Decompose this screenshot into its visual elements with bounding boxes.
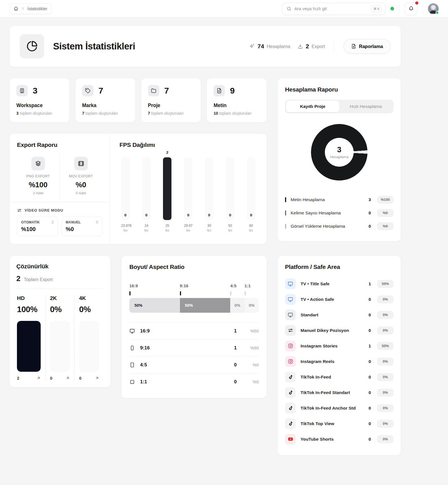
mode-otomatik: OTOMATİK 2 %100 <box>17 217 58 236</box>
arrow-up-right-icon[interactable] <box>95 376 99 380</box>
stat-total-value: 3 <box>16 111 19 116</box>
aspect-row: 16:91%50 <box>129 322 259 339</box>
aspect-scale-label: 1:1 <box>245 283 251 288</box>
report-button[interactable]: Raporlama <box>343 39 391 54</box>
mode-percent: %100 <box>21 226 54 232</box>
instagram-icon <box>288 359 293 364</box>
fps-axis-unit: fps <box>247 228 255 233</box>
notifications-button[interactable] <box>404 2 417 15</box>
mode-count: 2 <box>52 220 54 224</box>
sliders-icon <box>17 208 22 213</box>
platform-row-count: 0 <box>369 375 371 379</box>
stat-label: Proje <box>148 103 194 108</box>
file-text-icon <box>214 85 225 96</box>
format-label: PNG EXPORT <box>26 174 50 178</box>
platform-row-percent-badge: 0% <box>377 420 393 428</box>
duration-mode-title: VİDEO SÜRE MODU <box>25 208 63 212</box>
calc-stat: 74 Hesaplama <box>249 43 290 50</box>
platform-row: TV • Title Safe150% <box>285 276 393 292</box>
platform-row-percent-badge: 0% <box>377 373 393 381</box>
aspect-scale-ticks <box>129 291 259 296</box>
aspect-row-label: 16:9 <box>140 328 150 334</box>
donut-center-label: Hesaplama <box>330 155 349 159</box>
platform-row-label: TV • Action Safe <box>301 297 334 302</box>
page-header-card: Sistem İstatistikleri 74 Hesaplama 2 Exp… <box>9 25 401 67</box>
legend-item: Kelime Sayısı Hesaplama 0 %0 <box>285 206 393 219</box>
sparkles-icon <box>249 44 255 49</box>
platform-icon-tile <box>285 310 296 320</box>
tab-kayitli-proje[interactable]: Kayıtlı Proje <box>286 101 339 112</box>
aspect-row-percent: %50 <box>237 345 259 350</box>
platform-icon-tile <box>285 341 296 351</box>
format-percent: %0 <box>76 180 86 189</box>
mode-percent: %0 <box>66 226 98 232</box>
layers-icon <box>31 157 45 170</box>
search-input[interactable] <box>294 6 368 11</box>
legend-label: Görsel Yükleme Hesaplama <box>291 224 345 229</box>
platform-row-label: Standart <box>301 312 318 317</box>
fps-bars: 023.976fps024fps225fps029.97fps030fps050… <box>119 157 257 233</box>
aspect-rows: 16:91%509:161%504:50%01:10%0 <box>129 322 259 390</box>
cozunurluk-total-label: Toplam Export <box>24 277 53 282</box>
platform-icon-tile <box>285 418 296 429</box>
platform-row: Manuel Dikey Pozisyon00% <box>285 323 393 338</box>
format-count: 0 Adet <box>76 191 86 195</box>
resolution-percent: 100% <box>17 305 41 314</box>
fps-axis-unit: fps <box>184 228 192 233</box>
donut-chart: 3 Hesaplama <box>311 124 367 180</box>
fps-axis-unit: fps <box>205 228 214 233</box>
stat-label: Marka <box>82 103 129 108</box>
aspect-row: 4:50%0 <box>129 356 259 373</box>
platform-row-count: 1 <box>369 281 371 286</box>
fps-bar-column: 030fps <box>205 157 214 233</box>
resolution-label: HD <box>17 295 41 301</box>
fps-bar-track <box>142 157 151 220</box>
stat-value: 7 <box>164 86 169 95</box>
tab-hizli-hesaplama[interactable]: Hızlı Hesaplama <box>339 101 392 112</box>
platform-row-count: 0 <box>369 328 371 333</box>
platform-row: TikTok In-Feed00% <box>285 369 393 385</box>
stat-total-label: toplam oluşturulan <box>151 111 183 116</box>
fps-bar-column: 060fps <box>247 157 255 233</box>
platform-row-count: 1 <box>369 343 371 348</box>
aspect-segment-percent: 0% <box>234 303 240 308</box>
platform-icon-tile <box>285 325 296 336</box>
platform-row-label: Instagram Reels <box>301 359 334 364</box>
arrow-up-right-icon[interactable] <box>66 376 70 380</box>
fps-bar-column: 023.976fps <box>121 157 130 233</box>
legend-count: 0 <box>369 224 371 229</box>
stat-value: 7 <box>99 86 103 95</box>
mode-count: 0 <box>96 220 98 224</box>
platform-row-percent-badge: 0% <box>377 327 393 334</box>
resolution-label: 4K <box>79 295 99 301</box>
platform-row-percent-badge: 0% <box>377 435 393 443</box>
export-fps-card: Export Raporu PNG EXPORT %100 2 Adet <box>9 133 267 244</box>
platform-row-percent-badge: 0% <box>377 404 393 412</box>
stat-label: Metin <box>214 103 260 108</box>
fps-bar-track <box>184 157 192 220</box>
resolution-label: 2K <box>50 295 70 301</box>
resolution-hd: HD 100% 2 <box>16 295 45 380</box>
arrow-up-right-icon[interactable] <box>36 376 41 380</box>
monitor-icon <box>288 281 293 287</box>
fps-bar-value: 2 <box>166 150 169 155</box>
divider <box>16 289 104 289</box>
cozunurluk-card: Çözünürlük 2 Toplam Export HD 100% 2 <box>9 255 111 388</box>
hesaplama-raporu-card: Hesaplama Raporu Kayıtlı Proje Hızlı Hes… <box>277 78 401 242</box>
sliders-icon <box>288 328 293 333</box>
platform-icon-tile <box>285 294 296 305</box>
platform-icon-tile <box>285 356 296 367</box>
fps-bar-fill <box>163 157 171 220</box>
platform-row-label: Manuel Dikey Pozisyon <box>301 328 349 333</box>
user-menu[interactable] <box>428 3 439 14</box>
platform-row-percent-badge: 0% <box>377 311 393 319</box>
aspect-row-label: 4:5 <box>140 362 147 368</box>
platform-row-label: TV • Title Safe <box>301 281 329 286</box>
aspect-scale-tick <box>245 291 246 295</box>
divider <box>334 40 334 53</box>
platform-row-count: 0 <box>369 406 371 410</box>
platform-icon-tile <box>285 434 296 445</box>
platform-row: Instagram Reels00% <box>285 354 393 369</box>
breadcrumb[interactable]: İstatistikler <box>9 3 52 14</box>
fps-bar-value: 0 <box>229 213 231 217</box>
